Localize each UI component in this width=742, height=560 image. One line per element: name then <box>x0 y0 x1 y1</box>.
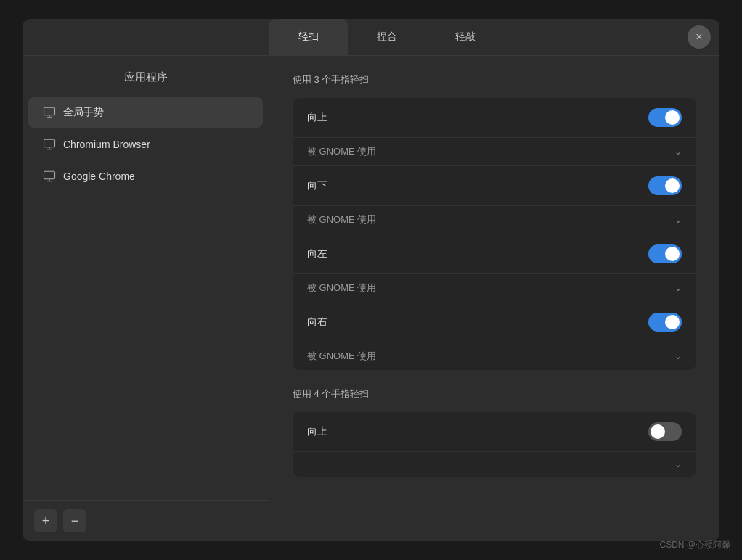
toggle-down3[interactable] <box>648 176 682 195</box>
monitor-icon <box>43 138 56 151</box>
gesture-label-down3: 向下 <box>307 179 648 192</box>
dropdown-down3[interactable]: 被 GNOME 使用⌄ <box>307 213 682 226</box>
monitor-icon <box>43 106 56 119</box>
sidebar: 应用程序 全局手势Chromium BrowserGoogle Chrome +… <box>23 56 269 541</box>
gesture-row-down3: 向下 <box>293 166 696 206</box>
add-button[interactable]: + <box>34 509 57 532</box>
section-title-three-finger: 使用 3 个手指轻扫 <box>293 73 696 86</box>
gesture-label-up4: 向上 <box>307 425 648 438</box>
close-button[interactable]: × <box>688 25 711 49</box>
sidebar-title: 应用程序 <box>23 56 269 96</box>
monitor-icon <box>43 170 56 183</box>
chevron-down-icon: ⌄ <box>674 147 682 157</box>
sidebar-item-label: 全局手势 <box>63 106 104 119</box>
sidebar-item-label: Google Chrome <box>63 170 135 182</box>
gesture-row-right3: 向右 <box>293 302 696 342</box>
sidebar-item-chromium[interactable]: Chromium Browser <box>28 129 263 160</box>
svg-rect-3 <box>44 139 55 147</box>
tab-tap[interactable]: 轻敲 <box>426 19 505 55</box>
gesture-label-up3: 向上 <box>307 111 648 124</box>
section-title-four-finger: 使用 4 个手指轻扫 <box>293 387 696 400</box>
tab-swipe[interactable]: 轻扫 <box>269 19 348 55</box>
header: 轻扫捏合轻敲 × <box>23 19 719 56</box>
sidebar-bottom: + − <box>23 500 269 541</box>
sidebar-item-global[interactable]: 全局手势 <box>28 97 263 128</box>
dropdown-up4[interactable]: ⌄ <box>307 459 682 469</box>
dropdown-row-down3[interactable]: 被 GNOME 使用⌄ <box>293 206 696 234</box>
dropdown-value-down3: 被 GNOME 使用 <box>307 213 376 226</box>
svg-rect-6 <box>44 171 55 179</box>
gesture-row-up3: 向上 <box>293 98 696 138</box>
tab-pinch[interactable]: 捏合 <box>348 19 426 55</box>
dropdown-up3[interactable]: 被 GNOME 使用⌄ <box>307 145 682 158</box>
gesture-group-three-finger: 向上被 GNOME 使用⌄向下被 GNOME 使用⌄向左被 GNOME 使用⌄向… <box>293 98 696 370</box>
chevron-down-icon: ⌄ <box>674 215 682 225</box>
remove-button[interactable]: − <box>63 509 86 532</box>
sidebar-list: 全局手势Chromium BrowserGoogle Chrome <box>23 96 269 500</box>
watermark: CSDN @心殒阿馨 <box>659 539 730 551</box>
toggle-up4[interactable] <box>648 422 682 441</box>
main-body: 应用程序 全局手势Chromium BrowserGoogle Chrome +… <box>23 56 719 541</box>
chevron-down-icon: ⌄ <box>674 283 682 293</box>
sidebar-item-chrome[interactable]: Google Chrome <box>28 161 263 192</box>
svg-rect-0 <box>44 107 55 115</box>
gesture-label-left3: 向左 <box>307 247 648 260</box>
gesture-row-up4: 向上 <box>293 412 696 452</box>
dropdown-value-right3: 被 GNOME 使用 <box>307 350 376 363</box>
chevron-down-icon: ⌄ <box>674 351 682 361</box>
sidebar-item-label: Chromium Browser <box>63 139 150 150</box>
dropdown-row-up3[interactable]: 被 GNOME 使用⌄ <box>293 138 696 166</box>
dropdown-left3[interactable]: 被 GNOME 使用⌄ <box>307 281 682 295</box>
dropdown-value-left3: 被 GNOME 使用 <box>307 281 376 295</box>
gesture-group-four-finger: 向上⌄ <box>293 412 696 477</box>
dropdown-value-up3: 被 GNOME 使用 <box>307 145 376 158</box>
dropdown-row-right3[interactable]: 被 GNOME 使用⌄ <box>293 342 696 370</box>
dialog: 轻扫捏合轻敲 × 应用程序 全局手势Chromium BrowserGoogle… <box>23 19 719 541</box>
gesture-label-right3: 向右 <box>307 316 648 329</box>
toggle-left3[interactable] <box>648 244 682 263</box>
dropdown-right3[interactable]: 被 GNOME 使用⌄ <box>307 350 682 363</box>
toggle-right3[interactable] <box>648 313 682 332</box>
toggle-up3[interactable] <box>648 108 682 127</box>
dropdown-row-left3[interactable]: 被 GNOME 使用⌄ <box>293 274 696 302</box>
dropdown-row-up4[interactable]: ⌄ <box>293 452 696 477</box>
gesture-row-left3: 向左 <box>293 234 696 274</box>
content-area: 使用 3 个手指轻扫向上被 GNOME 使用⌄向下被 GNOME 使用⌄向左被 … <box>269 56 719 541</box>
chevron-down-icon: ⌄ <box>674 459 682 469</box>
tabs: 轻扫捏合轻敲 <box>269 19 679 55</box>
